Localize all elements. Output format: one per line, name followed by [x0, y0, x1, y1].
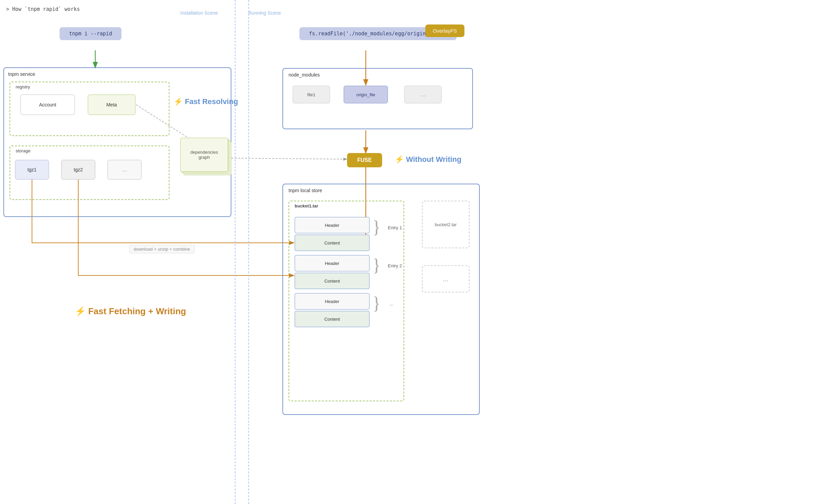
entry1-header: Header — [295, 217, 370, 233]
running-scene-label: Running Scene — [248, 10, 281, 16]
bucket-ellipsis-box: ... — [422, 265, 470, 292]
overlayfs-box: OverlayFS — [425, 24, 464, 37]
origin-file-box: origin_file — [344, 86, 388, 103]
registry-label: registry — [16, 84, 30, 89]
meta-box: Meta — [88, 95, 135, 115]
entry1-brace: } — [372, 218, 381, 236]
node-modules-label: node_modules — [289, 72, 320, 78]
bucket2-box: bucket2.tar — [422, 201, 470, 248]
tnpm-cmd-box: tnpm i --rapid — [60, 27, 121, 40]
storage-label: storage — [16, 148, 30, 153]
storage-ellipsis: ... — [108, 160, 142, 180]
file1-box: file1 — [293, 86, 330, 103]
without-writing-label: Without Writing — [395, 155, 461, 164]
deps-line2: graph — [198, 155, 210, 160]
entry2-header: Header — [295, 255, 370, 271]
entry1-label: Entry 1 — [388, 225, 402, 230]
nm-ellipsis: ... — [404, 86, 442, 103]
fuse-box: FUSE — [347, 153, 382, 167]
page-title: > How `tnpm rapid` works — [6, 6, 80, 12]
tnpm-service-label: tnpm service — [8, 71, 35, 77]
tgz2-box: tgz2 — [61, 160, 95, 180]
entry2-label: Entry 2 — [388, 263, 402, 268]
entry1-content: Content — [295, 235, 370, 251]
fast-resolving-label: Fast Resolving — [174, 97, 238, 106]
account-box: Account — [20, 95, 75, 115]
local-store-label: tnpm local store — [289, 188, 322, 193]
running-divider — [248, 0, 249, 504]
entry3-group: Header Content — [295, 293, 370, 328]
entry2-group: Header Content — [295, 255, 370, 290]
entry1-group: Header Content — [295, 217, 370, 252]
entry3-header: Header — [295, 293, 370, 309]
entry2-content: Content — [295, 273, 370, 289]
bucket1-label: bucket1.tar — [295, 203, 318, 208]
installation-scene-label: Installation Scene — [180, 10, 218, 16]
entry3-content: Content — [295, 311, 370, 327]
entry3-label: ... — [390, 301, 393, 306]
download-label: download + unzip + combine — [129, 245, 195, 253]
fast-fetching-label: Fast Fetching + Writing — [75, 306, 186, 317]
installation-divider — [235, 0, 235, 504]
entry2-brace: } — [372, 256, 381, 274]
deps-line1: dependencies — [191, 150, 218, 155]
entry3-brace: } — [372, 295, 381, 312]
tgz1-box: tgz1 — [15, 160, 49, 180]
